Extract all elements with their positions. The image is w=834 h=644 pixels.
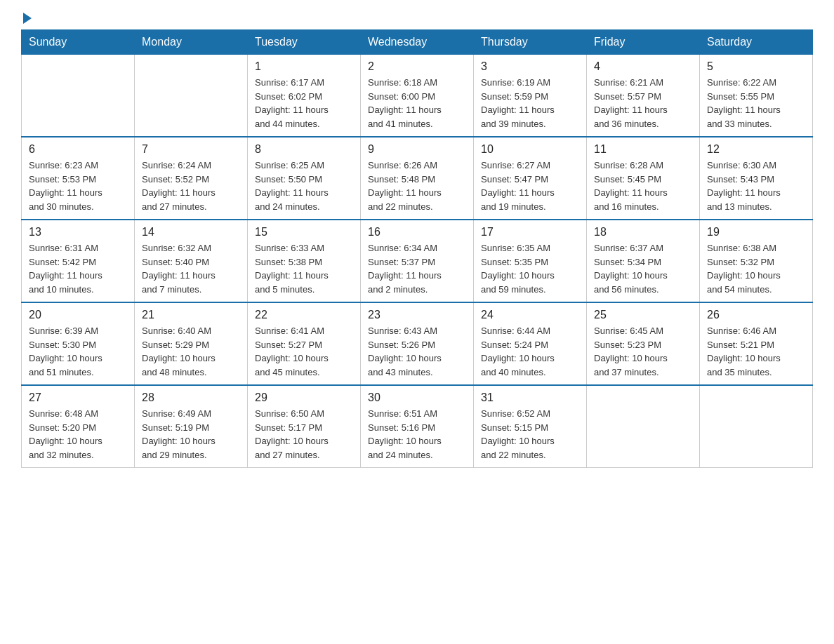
day-number: 11: [594, 143, 692, 156]
calendar-table: SundayMondayTuesdayWednesdayThursdayFrid…: [21, 29, 813, 468]
calendar-cell: 5Sunrise: 6:22 AMSunset: 5:55 PMDaylight…: [700, 55, 813, 137]
day-info: Sunrise: 6:43 AMSunset: 5:26 PMDaylight:…: [368, 324, 466, 379]
calendar-header-saturday: Saturday: [700, 30, 813, 55]
day-info: Sunrise: 6:22 AMSunset: 5:55 PMDaylight:…: [707, 76, 805, 130]
calendar-header-row: SundayMondayTuesdayWednesdayThursdayFrid…: [22, 30, 813, 55]
day-info: Sunrise: 6:23 AMSunset: 5:53 PMDaylight:…: [29, 159, 127, 213]
day-number: 23: [368, 309, 466, 321]
page-header: [21, 14, 813, 22]
calendar-cell: 1Sunrise: 6:17 AMSunset: 6:02 PMDaylight…: [248, 55, 361, 137]
day-info: Sunrise: 6:34 AMSunset: 5:37 PMDaylight:…: [368, 241, 466, 296]
calendar-cell: 31Sunrise: 6:52 AMSunset: 5:15 PMDayligh…: [474, 385, 587, 468]
calendar-cell: 7Sunrise: 6:24 AMSunset: 5:52 PMDaylight…: [135, 137, 248, 220]
day-number: 12: [707, 143, 805, 156]
calendar-week-row: 6Sunrise: 6:23 AMSunset: 5:53 PMDaylight…: [22, 137, 813, 220]
day-number: 25: [594, 309, 692, 321]
day-info: Sunrise: 6:40 AMSunset: 5:29 PMDaylight:…: [142, 324, 240, 379]
day-info: Sunrise: 6:19 AMSunset: 5:59 PMDaylight:…: [481, 76, 579, 130]
calendar-cell: 2Sunrise: 6:18 AMSunset: 6:00 PMDaylight…: [361, 55, 474, 137]
calendar-cell: 17Sunrise: 6:35 AMSunset: 5:35 PMDayligh…: [474, 220, 587, 302]
day-info: Sunrise: 6:30 AMSunset: 5:43 PMDaylight:…: [707, 159, 805, 213]
calendar-cell: 8Sunrise: 6:25 AMSunset: 5:50 PMDaylight…: [248, 137, 361, 220]
day-info: Sunrise: 6:33 AMSunset: 5:38 PMDaylight:…: [255, 241, 353, 296]
day-info: Sunrise: 6:39 AMSunset: 5:30 PMDaylight:…: [29, 324, 127, 379]
day-info: Sunrise: 6:52 AMSunset: 5:15 PMDaylight:…: [481, 407, 579, 462]
day-info: Sunrise: 6:49 AMSunset: 5:19 PMDaylight:…: [142, 407, 240, 462]
day-info: Sunrise: 6:45 AMSunset: 5:23 PMDaylight:…: [594, 324, 692, 379]
day-number: 7: [142, 143, 240, 156]
day-info: Sunrise: 6:48 AMSunset: 5:20 PMDaylight:…: [29, 407, 127, 462]
calendar-cell: 6Sunrise: 6:23 AMSunset: 5:53 PMDaylight…: [22, 137, 135, 220]
day-info: Sunrise: 6:26 AMSunset: 5:48 PMDaylight:…: [368, 159, 466, 213]
calendar-cell: 25Sunrise: 6:45 AMSunset: 5:23 PMDayligh…: [587, 302, 700, 385]
day-info: Sunrise: 6:25 AMSunset: 5:50 PMDaylight:…: [255, 159, 353, 213]
day-number: 18: [594, 226, 692, 239]
day-number: 13: [29, 226, 127, 239]
calendar-header-tuesday: Tuesday: [248, 30, 361, 55]
day-info: Sunrise: 6:28 AMSunset: 5:45 PMDaylight:…: [594, 159, 692, 213]
calendar-cell: 22Sunrise: 6:41 AMSunset: 5:27 PMDayligh…: [248, 302, 361, 385]
day-number: 2: [368, 60, 466, 73]
day-info: Sunrise: 6:38 AMSunset: 5:32 PMDaylight:…: [707, 241, 805, 296]
day-info: Sunrise: 6:50 AMSunset: 5:17 PMDaylight:…: [255, 407, 353, 462]
day-info: Sunrise: 6:24 AMSunset: 5:52 PMDaylight:…: [142, 159, 240, 213]
day-number: 8: [255, 143, 353, 156]
day-number: 28: [142, 391, 240, 404]
calendar-cell: 9Sunrise: 6:26 AMSunset: 5:48 PMDaylight…: [361, 137, 474, 220]
calendar-cell: 14Sunrise: 6:32 AMSunset: 5:40 PMDayligh…: [135, 220, 248, 302]
day-number: 9: [368, 143, 466, 156]
calendar-cell: 23Sunrise: 6:43 AMSunset: 5:26 PMDayligh…: [361, 302, 474, 385]
calendar-cell: 26Sunrise: 6:46 AMSunset: 5:21 PMDayligh…: [700, 302, 813, 385]
calendar-cell: 10Sunrise: 6:27 AMSunset: 5:47 PMDayligh…: [474, 137, 587, 220]
calendar-cell: 16Sunrise: 6:34 AMSunset: 5:37 PMDayligh…: [361, 220, 474, 302]
day-number: 17: [481, 226, 579, 239]
day-info: Sunrise: 6:27 AMSunset: 5:47 PMDaylight:…: [481, 159, 579, 213]
day-number: 22: [255, 309, 353, 321]
calendar-week-row: 27Sunrise: 6:48 AMSunset: 5:20 PMDayligh…: [22, 385, 813, 468]
calendar-cell: 19Sunrise: 6:38 AMSunset: 5:32 PMDayligh…: [700, 220, 813, 302]
calendar-header-monday: Monday: [135, 30, 248, 55]
calendar-cell: 30Sunrise: 6:51 AMSunset: 5:16 PMDayligh…: [361, 385, 474, 468]
day-info: Sunrise: 6:32 AMSunset: 5:40 PMDaylight:…: [142, 241, 240, 296]
calendar-cell: [22, 55, 135, 137]
day-number: 19: [707, 226, 805, 239]
calendar-cell: 3Sunrise: 6:19 AMSunset: 5:59 PMDaylight…: [474, 55, 587, 137]
day-number: 20: [29, 309, 127, 321]
day-number: 15: [255, 226, 353, 239]
calendar-cell: 28Sunrise: 6:49 AMSunset: 5:19 PMDayligh…: [135, 385, 248, 468]
calendar-cell: [700, 385, 813, 468]
calendar-cell: 24Sunrise: 6:44 AMSunset: 5:24 PMDayligh…: [474, 302, 587, 385]
calendar-cell: 13Sunrise: 6:31 AMSunset: 5:42 PMDayligh…: [22, 220, 135, 302]
day-number: 31: [481, 391, 579, 404]
day-info: Sunrise: 6:21 AMSunset: 5:57 PMDaylight:…: [594, 76, 692, 130]
day-number: 16: [368, 226, 466, 239]
day-number: 26: [707, 309, 805, 321]
calendar-week-row: 1Sunrise: 6:17 AMSunset: 6:02 PMDaylight…: [22, 55, 813, 137]
calendar-cell: 11Sunrise: 6:28 AMSunset: 5:45 PMDayligh…: [587, 137, 700, 220]
day-info: Sunrise: 6:44 AMSunset: 5:24 PMDaylight:…: [481, 324, 579, 379]
day-info: Sunrise: 6:46 AMSunset: 5:21 PMDaylight:…: [707, 324, 805, 379]
logo-flag-icon: [23, 13, 32, 24]
calendar-header-thursday: Thursday: [474, 30, 587, 55]
day-number: 21: [142, 309, 240, 321]
day-info: Sunrise: 6:51 AMSunset: 5:16 PMDaylight:…: [368, 407, 466, 462]
day-number: 10: [481, 143, 579, 156]
calendar-cell: 18Sunrise: 6:37 AMSunset: 5:34 PMDayligh…: [587, 220, 700, 302]
calendar-header-sunday: Sunday: [22, 30, 135, 55]
calendar-cell: 20Sunrise: 6:39 AMSunset: 5:30 PMDayligh…: [22, 302, 135, 385]
calendar-header-friday: Friday: [587, 30, 700, 55]
day-number: 6: [29, 143, 127, 156]
calendar-week-row: 20Sunrise: 6:39 AMSunset: 5:30 PMDayligh…: [22, 302, 813, 385]
calendar-cell: 4Sunrise: 6:21 AMSunset: 5:57 PMDaylight…: [587, 55, 700, 137]
day-info: Sunrise: 6:18 AMSunset: 6:00 PMDaylight:…: [368, 76, 466, 130]
day-number: 27: [29, 391, 127, 404]
day-info: Sunrise: 6:35 AMSunset: 5:35 PMDaylight:…: [481, 241, 579, 296]
day-number: 1: [255, 60, 353, 73]
day-number: 4: [594, 60, 692, 73]
day-number: 3: [481, 60, 579, 73]
calendar-cell: 15Sunrise: 6:33 AMSunset: 5:38 PMDayligh…: [248, 220, 361, 302]
calendar-cell: 29Sunrise: 6:50 AMSunset: 5:17 PMDayligh…: [248, 385, 361, 468]
day-number: 14: [142, 226, 240, 239]
calendar-cell: [587, 385, 700, 468]
day-info: Sunrise: 6:41 AMSunset: 5:27 PMDaylight:…: [255, 324, 353, 379]
